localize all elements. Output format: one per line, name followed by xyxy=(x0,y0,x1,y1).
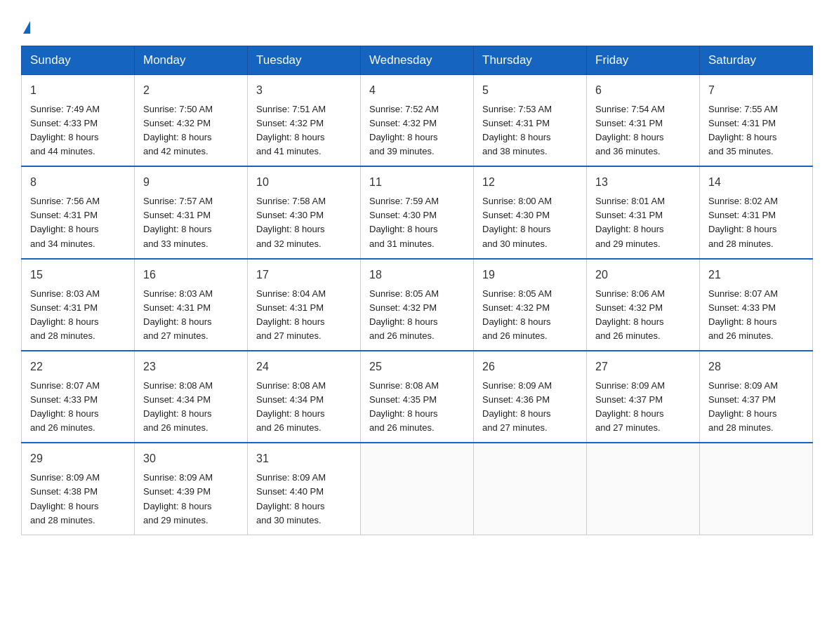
weekday-header-row: SundayMondayTuesdayWednesdayThursdayFrid… xyxy=(22,46,813,75)
day-info: Sunrise: 7:52 AM Sunset: 4:32 PM Dayligh… xyxy=(369,102,465,159)
calendar-cell xyxy=(587,443,700,535)
day-info: Sunrise: 8:01 AM Sunset: 4:31 PM Dayligh… xyxy=(595,194,691,251)
calendar-header: SundayMondayTuesdayWednesdayThursdayFrid… xyxy=(22,46,813,75)
day-number: 30 xyxy=(143,450,239,468)
day-number: 21 xyxy=(708,267,804,284)
calendar-cell: 9Sunrise: 7:57 AM Sunset: 4:31 PM Daylig… xyxy=(135,166,248,258)
weekday-header-tuesday: Tuesday xyxy=(248,46,361,75)
calendar-cell: 8Sunrise: 7:56 AM Sunset: 4:31 PM Daylig… xyxy=(22,166,135,258)
day-number: 22 xyxy=(30,358,126,376)
day-number: 31 xyxy=(256,450,352,468)
calendar-cell xyxy=(361,443,474,535)
calendar-cell: 15Sunrise: 8:03 AM Sunset: 4:31 PM Dayli… xyxy=(22,259,135,351)
calendar-cell: 1Sunrise: 7:49 AM Sunset: 4:33 PM Daylig… xyxy=(22,75,135,167)
logo-triangle-icon xyxy=(23,21,30,34)
calendar-cell: 16Sunrise: 8:03 AM Sunset: 4:31 PM Dayli… xyxy=(135,259,248,351)
day-number: 14 xyxy=(708,174,804,192)
calendar-cell: 27Sunrise: 8:09 AM Sunset: 4:37 PM Dayli… xyxy=(587,351,700,443)
day-info: Sunrise: 8:03 AM Sunset: 4:31 PM Dayligh… xyxy=(143,287,239,344)
calendar-cell: 18Sunrise: 8:05 AM Sunset: 4:32 PM Dayli… xyxy=(361,259,474,351)
logo-row1 xyxy=(21,21,30,34)
calendar-cell: 29Sunrise: 8:09 AM Sunset: 4:38 PM Dayli… xyxy=(22,443,135,535)
day-number: 1 xyxy=(30,82,126,100)
day-number: 3 xyxy=(256,82,352,100)
day-number: 24 xyxy=(256,358,352,376)
day-info: Sunrise: 8:03 AM Sunset: 4:31 PM Dayligh… xyxy=(30,287,126,344)
day-number: 19 xyxy=(482,267,578,284)
day-info: Sunrise: 7:49 AM Sunset: 4:33 PM Dayligh… xyxy=(30,102,126,159)
calendar-cell: 21Sunrise: 8:07 AM Sunset: 4:33 PM Dayli… xyxy=(700,259,813,351)
day-info: Sunrise: 8:09 AM Sunset: 4:39 PM Dayligh… xyxy=(143,471,239,528)
day-info: Sunrise: 7:50 AM Sunset: 4:32 PM Dayligh… xyxy=(143,102,239,159)
day-number: 17 xyxy=(256,267,352,284)
calendar-week-5: 29Sunrise: 8:09 AM Sunset: 4:38 PM Dayli… xyxy=(22,443,813,535)
day-number: 6 xyxy=(595,82,691,100)
day-number: 29 xyxy=(30,450,126,468)
day-number: 18 xyxy=(369,267,465,284)
day-number: 12 xyxy=(482,174,578,192)
calendar-cell: 19Sunrise: 8:05 AM Sunset: 4:32 PM Dayli… xyxy=(474,259,587,351)
calendar-cell: 2Sunrise: 7:50 AM Sunset: 4:32 PM Daylig… xyxy=(135,75,248,167)
calendar-cell: 7Sunrise: 7:55 AM Sunset: 4:31 PM Daylig… xyxy=(700,75,813,167)
weekday-header-friday: Friday xyxy=(587,46,700,75)
day-info: Sunrise: 8:04 AM Sunset: 4:31 PM Dayligh… xyxy=(256,287,352,344)
day-info: Sunrise: 8:00 AM Sunset: 4:30 PM Dayligh… xyxy=(482,194,578,251)
day-number: 23 xyxy=(143,358,239,376)
day-info: Sunrise: 7:58 AM Sunset: 4:30 PM Dayligh… xyxy=(256,194,352,251)
day-info: Sunrise: 8:06 AM Sunset: 4:32 PM Dayligh… xyxy=(595,287,691,344)
day-number: 2 xyxy=(143,82,239,100)
calendar-cell: 31Sunrise: 8:09 AM Sunset: 4:40 PM Dayli… xyxy=(248,443,361,535)
day-number: 27 xyxy=(595,358,691,376)
weekday-header-saturday: Saturday xyxy=(700,46,813,75)
day-info: Sunrise: 8:09 AM Sunset: 4:38 PM Dayligh… xyxy=(30,471,126,528)
calendar-cell: 10Sunrise: 7:58 AM Sunset: 4:30 PM Dayli… xyxy=(248,166,361,258)
calendar-week-3: 15Sunrise: 8:03 AM Sunset: 4:31 PM Dayli… xyxy=(22,259,813,351)
day-number: 28 xyxy=(708,358,804,376)
calendar-week-4: 22Sunrise: 8:07 AM Sunset: 4:33 PM Dayli… xyxy=(22,351,813,443)
day-number: 20 xyxy=(595,267,691,284)
day-info: Sunrise: 8:08 AM Sunset: 4:34 PM Dayligh… xyxy=(256,379,352,436)
day-info: Sunrise: 8:05 AM Sunset: 4:32 PM Dayligh… xyxy=(482,287,578,344)
day-number: 7 xyxy=(708,82,804,100)
day-info: Sunrise: 8:08 AM Sunset: 4:34 PM Dayligh… xyxy=(143,379,239,436)
calendar-cell: 11Sunrise: 7:59 AM Sunset: 4:30 PM Dayli… xyxy=(361,166,474,258)
weekday-header-monday: Monday xyxy=(135,46,248,75)
calendar-cell: 30Sunrise: 8:09 AM Sunset: 4:39 PM Dayli… xyxy=(135,443,248,535)
day-info: Sunrise: 7:57 AM Sunset: 4:31 PM Dayligh… xyxy=(143,194,239,251)
day-info: Sunrise: 8:02 AM Sunset: 4:31 PM Dayligh… xyxy=(708,194,804,251)
day-info: Sunrise: 8:09 AM Sunset: 4:40 PM Dayligh… xyxy=(256,471,352,528)
day-info: Sunrise: 8:09 AM Sunset: 4:37 PM Dayligh… xyxy=(595,379,691,436)
logo xyxy=(21,14,30,32)
day-info: Sunrise: 8:07 AM Sunset: 4:33 PM Dayligh… xyxy=(30,379,126,436)
calendar-cell: 26Sunrise: 8:09 AM Sunset: 4:36 PM Dayli… xyxy=(474,351,587,443)
day-info: Sunrise: 7:54 AM Sunset: 4:31 PM Dayligh… xyxy=(595,102,691,159)
calendar-cell: 3Sunrise: 7:51 AM Sunset: 4:32 PM Daylig… xyxy=(248,75,361,167)
day-number: 8 xyxy=(30,174,126,192)
day-info: Sunrise: 8:07 AM Sunset: 4:33 PM Dayligh… xyxy=(708,287,804,344)
day-info: Sunrise: 7:56 AM Sunset: 4:31 PM Dayligh… xyxy=(30,194,126,251)
calendar-table: SundayMondayTuesdayWednesdayThursdayFrid… xyxy=(21,46,813,535)
day-info: Sunrise: 7:59 AM Sunset: 4:30 PM Dayligh… xyxy=(369,194,465,251)
day-number: 15 xyxy=(30,267,126,284)
day-number: 9 xyxy=(143,174,239,192)
calendar-cell xyxy=(700,443,813,535)
calendar-cell: 23Sunrise: 8:08 AM Sunset: 4:34 PM Dayli… xyxy=(135,351,248,443)
calendar-cell xyxy=(474,443,587,535)
day-number: 11 xyxy=(369,174,465,192)
weekday-header-thursday: Thursday xyxy=(474,46,587,75)
day-info: Sunrise: 7:51 AM Sunset: 4:32 PM Dayligh… xyxy=(256,102,352,159)
day-info: Sunrise: 7:55 AM Sunset: 4:31 PM Dayligh… xyxy=(708,102,804,159)
day-number: 10 xyxy=(256,174,352,192)
calendar-body: 1Sunrise: 7:49 AM Sunset: 4:33 PM Daylig… xyxy=(22,75,813,535)
day-number: 13 xyxy=(595,174,691,192)
day-number: 5 xyxy=(482,82,578,100)
header xyxy=(21,14,813,32)
calendar-cell: 6Sunrise: 7:54 AM Sunset: 4:31 PM Daylig… xyxy=(587,75,700,167)
day-number: 16 xyxy=(143,267,239,284)
calendar-week-1: 1Sunrise: 7:49 AM Sunset: 4:33 PM Daylig… xyxy=(22,75,813,167)
weekday-header-wednesday: Wednesday xyxy=(361,46,474,75)
day-number: 26 xyxy=(482,358,578,376)
calendar-cell: 4Sunrise: 7:52 AM Sunset: 4:32 PM Daylig… xyxy=(361,75,474,167)
calendar-cell: 17Sunrise: 8:04 AM Sunset: 4:31 PM Dayli… xyxy=(248,259,361,351)
day-info: Sunrise: 8:08 AM Sunset: 4:35 PM Dayligh… xyxy=(369,379,465,436)
